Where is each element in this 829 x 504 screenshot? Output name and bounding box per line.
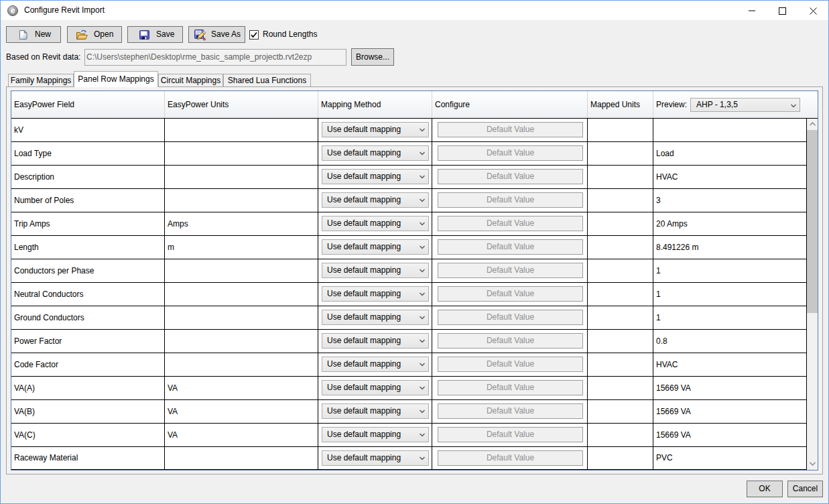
- svg-text:e: e: [11, 6, 15, 15]
